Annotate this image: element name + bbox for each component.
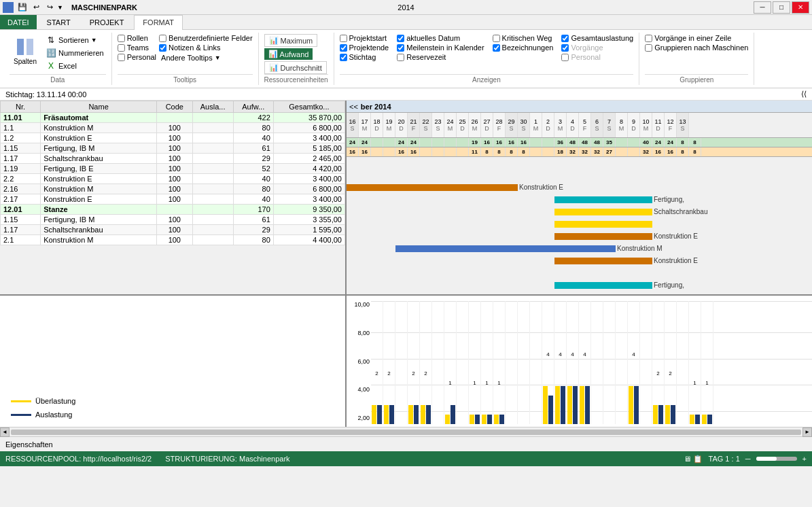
aktuelles-check[interactable]: aktuelles Datum: [397, 34, 484, 42]
table-row[interactable]: 2.1 Konstruktion M 100 80 4 400,00: [1, 235, 345, 245]
table-row[interactable]: 2.17 Konstruktion E 100 40 3 400,00: [1, 194, 345, 205]
projektende-check[interactable]: Projektende: [340, 43, 389, 52]
aktuelles-checkbox[interactable]: [397, 35, 404, 42]
redo-button[interactable]: ↪: [43, 1, 56, 14]
teams-check[interactable]: Teams: [118, 43, 156, 52]
rollen-check[interactable]: Rollen: [118, 34, 156, 42]
andere-tooltips-button[interactable]: Andere Tooltips ▼: [159, 53, 253, 63]
gantt-bg-cell: [359, 267, 371, 279]
personal2-check[interactable]: Personal: [561, 53, 633, 61]
table-row[interactable]: 2.16 Konstruktion M 100 80 6 800,00: [1, 184, 345, 194]
sort-dropdown[interactable]: ▼: [91, 37, 97, 43]
scroll-left-btn[interactable]: ◄: [0, 427, 10, 437]
bezeichnungen-check[interactable]: Bezeichnungen: [493, 43, 554, 52]
gantt-bg-cell: [383, 243, 395, 254]
personal-check[interactable]: Personal: [118, 53, 156, 61]
gantt-bg-cell: [493, 194, 506, 205]
gantt-bg-cell: [432, 267, 444, 279]
spalten-button[interactable]: Spalten: [10, 34, 41, 68]
day-cell: 1M: [530, 113, 542, 137]
zoom-plus[interactable]: +: [802, 455, 807, 463]
tab-start[interactable]: START: [38, 15, 80, 29]
personal-checkbox[interactable]: [118, 54, 125, 61]
y-label-8: 8,00: [357, 330, 370, 336]
sortieren-button[interactable]: ⇅ Sortieren ▼: [43, 34, 106, 46]
projektstart-check[interactable]: Projektstart: [340, 34, 389, 42]
save-button[interactable]: 💾: [16, 1, 29, 14]
gantt-bg-cell: [469, 194, 481, 205]
rollen-checkbox[interactable]: [118, 35, 125, 42]
gruppieren-maschinen-check[interactable]: Gruppieren nach Maschinen: [645, 43, 748, 52]
vorgaenge-check[interactable]: Vorgänge: [561, 43, 633, 52]
meilenstein-check[interactable]: Meilenstein in Kalender: [397, 43, 484, 52]
andere-dropdown-icon[interactable]: ▼: [215, 54, 221, 61]
reservezeit-checkbox[interactable]: [397, 54, 404, 61]
table-row[interactable]: 1.15 Fertigung, IB M 100 61 5 185,00: [1, 143, 345, 154]
nummerieren-button[interactable]: 🔢 Nummerieren: [43, 47, 106, 59]
gantt-bg-cell: [469, 169, 481, 181]
table-row[interactable]: 1.1 Konstruktion M 100 80 6 800,00: [1, 123, 345, 133]
chart-bar-group: 2: [383, 301, 395, 424]
projektende-checkbox[interactable]: [340, 44, 347, 52]
gantt-bg-cell: [542, 169, 554, 181]
gruppieren-maschinen-checkbox[interactable]: [645, 44, 652, 52]
kritischen-checkbox[interactable]: [493, 35, 500, 42]
nav-prev-btn[interactable]: ⟨⟨: [801, 90, 807, 99]
notizen-checkbox[interactable]: [159, 44, 166, 52]
table-row[interactable]: 1.15 Fertigung, IB M 100 61 3 355,00: [1, 215, 345, 225]
chart-bar-group: 4: [567, 301, 579, 424]
table-row[interactable]: 11.01 Fräsautomat 422 35 870,00: [1, 113, 345, 123]
vorgaenge-zeile-checkbox[interactable]: [645, 35, 652, 42]
vorgaenge-checkbox[interactable]: [561, 44, 569, 52]
res-cell: 36: [554, 138, 567, 147]
teams-checkbox[interactable]: [118, 44, 125, 52]
vorgaenge-zeile-check[interactable]: Vorgänge in einer Zeile: [645, 34, 748, 42]
bar-label: 4: [628, 351, 639, 357]
svg-rect-1: [27, 39, 33, 55]
horizontal-scrollbar[interactable]: ◄ ►: [0, 427, 812, 436]
tab-datei[interactable]: DATEI: [0, 15, 37, 29]
undo-button[interactable]: ↩: [30, 1, 42, 14]
durchschnitt-button[interactable]: 📊 Durchschnitt: [264, 61, 327, 74]
table-row[interactable]: 1.17 Schaltschrankbau 100 29 1 595,00: [1, 225, 345, 235]
gesamtauslastung-check[interactable]: Gesamtauslastung: [561, 34, 633, 42]
close-button[interactable]: ✕: [792, 1, 809, 14]
gantt-bg-cell: [603, 157, 616, 169]
stichtag-checkbox[interactable]: [340, 54, 347, 61]
gantt-bg-cell: [395, 194, 408, 205]
maximum-button[interactable]: 📊 Maximum: [264, 34, 318, 47]
scroll-right-btn[interactable]: ►: [802, 427, 812, 437]
table-row[interactable]: 1.17 Schaltschrankbau 100 29 2 465,00: [1, 154, 345, 164]
projektstart-checkbox[interactable]: [340, 35, 347, 42]
notizen-check[interactable]: Notizen & Links: [159, 43, 253, 52]
table-row[interactable]: 2.2 Konstruktion E 100 40 3 400,00: [1, 174, 345, 184]
maximize-button[interactable]: □: [773, 1, 790, 14]
tab-projekt[interactable]: PROJEKT: [81, 15, 133, 29]
bezeichnungen-checkbox[interactable]: [493, 44, 500, 52]
res-cell: 16: [493, 138, 506, 147]
zoom-slider[interactable]: [756, 457, 797, 461]
dropdown-arrow[interactable]: ▼: [57, 4, 63, 11]
benutzerdefinierte-check[interactable]: Benutzerdefinierte Felder: [159, 34, 253, 42]
scroll-thumb[interactable]: [11, 430, 801, 435]
aufwand-button[interactable]: 📊 Aufwand: [264, 48, 313, 60]
tab-format[interactable]: FORMAT: [134, 15, 183, 30]
benutzerdefinierte-checkbox[interactable]: [159, 35, 166, 42]
nav-prev[interactable]: <<: [349, 103, 358, 111]
personal2-checkbox[interactable]: [561, 54, 569, 61]
gantt-bg-cell: [359, 292, 371, 294]
gesamtauslastung-checkbox[interactable]: [561, 35, 569, 42]
table-row[interactable]: 12.01 Stanze 170 9 350,00: [1, 205, 345, 215]
gantt-bg-cell: [469, 292, 481, 294]
table-row[interactable]: 1.19 Fertigung, IB E 100 52 4 420,00: [1, 164, 345, 174]
minimize-button[interactable]: ─: [754, 1, 771, 14]
reservezeit-check[interactable]: Reservezeit: [397, 53, 484, 61]
table-row[interactable]: 1.2 Konstruktion E 100 40 3 400,00: [1, 133, 345, 143]
meilenstein-checkbox[interactable]: [397, 44, 404, 52]
zoom-minus[interactable]: ─: [745, 455, 751, 463]
stichtag-check[interactable]: Stichtag: [340, 53, 389, 61]
kritischen-check[interactable]: Kritischen Weg: [493, 34, 554, 42]
excel-button[interactable]: X Excel: [43, 60, 106, 72]
gantt-bg-cell: [506, 206, 518, 217]
gantt-row: Konstruktion M: [347, 243, 812, 255]
